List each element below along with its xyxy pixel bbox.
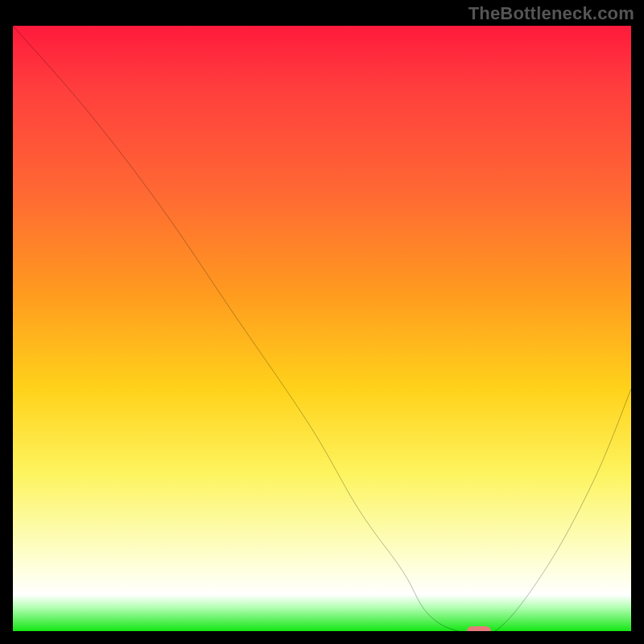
plot-area	[11, 24, 633, 633]
chart-frame: TheBottleneck.com	[0, 0, 644, 644]
watermark-text: TheBottleneck.com	[469, 3, 634, 24]
bottleneck-curve	[13, 26, 631, 631]
optimum-marker	[467, 626, 491, 633]
